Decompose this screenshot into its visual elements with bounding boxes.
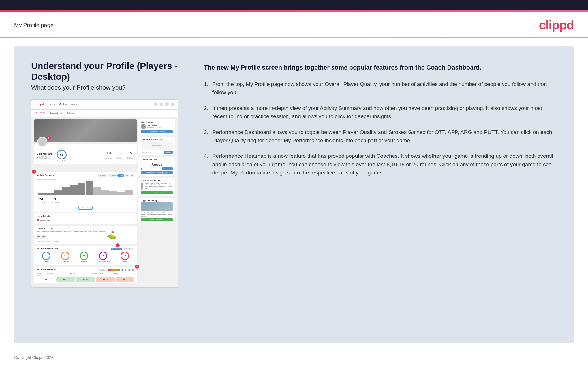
mockup-activity-header: Activity Summary On Course Off Course 6 … — [37, 174, 134, 177]
right-intro: The new My Profile screen brings togethe… — [204, 63, 557, 72]
mockup-connect-panel: Connect your data Arccos Arccos Disconne… — [138, 157, 175, 176]
mockup-subnav-profile: My Profile — [35, 111, 45, 115]
mockup-round-15[interactable]: 15 — [127, 269, 131, 271]
mockup-activity-wrapper: 2 Activity Summary On Course Off Course … — [34, 172, 137, 212]
mockup-perf-wrapper: 3 Performance Dashboard Player Quality S… — [34, 246, 137, 265]
mockup-manage-coaches-btn[interactable]: Manage Your Coaches — [141, 130, 173, 133]
mockup-lesson-tags: Golf Drill — [37, 235, 105, 238]
annotation-1: 1 — [47, 136, 51, 140]
mockup-launch-community-btn[interactable]: Launch Community ↗ — [141, 218, 173, 221]
mockup-trackman-link-label: Trackman Link — [141, 151, 151, 153]
mockup-legend-green — [114, 269, 120, 271]
mockup-toggle-quality[interactable]: Player Quality — [111, 248, 122, 250]
mockup-manage-integrations-btn[interactable]: Manage Your Data Integrations — [141, 171, 173, 174]
mockup-round-change-label: 5 Round Change: — [97, 269, 108, 271]
mockup-activity-counts: 24 On Course 3 Off Course — [37, 197, 134, 203]
mockup-bar-3 — [54, 190, 62, 195]
mockup-subnav-connections: Connections — [50, 112, 62, 115]
annotation-4: 4 — [135, 265, 139, 269]
mockup-body: 1 Blair McHarg Plus Handicap 📍 United Ki… — [31, 117, 178, 287]
feature-text-4: Performance Heatmap is a new feature tha… — [212, 152, 557, 177]
mockup-activity-row-1: Blair McHarg — [37, 218, 134, 222]
mockup-heatmap-putt: 96 ↓↑ — [116, 277, 134, 282]
mockup-user-icon — [165, 102, 169, 106]
mockup-disconnect-btn[interactable]: Disconnect — [162, 167, 173, 170]
mockup-coach-info: Dan Davies Barnbougle Golf Club — [147, 125, 161, 128]
mockup-all-activities-btn[interactable]: All Activities — [37, 204, 134, 210]
mockup-heatmap-header: Performance Heatmap 5 Round Change: — [37, 269, 134, 272]
mockup-menu-icon — [171, 102, 175, 106]
mockup-activity-summary: Activity Summary On Course Off Course 6 … — [34, 172, 137, 212]
mockup-profile-section: 1 Blair McHarg Plus Handicap 📍 United Ki… — [34, 119, 137, 164]
right-column: The new My Profile screen brings togethe… — [204, 61, 557, 329]
mockup-heatmap-arg: 96 ↓↑ — [96, 277, 115, 282]
mockup-offcourse-value: 3 — [54, 197, 56, 201]
mockup-bar-4 — [62, 187, 70, 195]
mockup-ring-overall-label: Overall — [42, 261, 50, 262]
mockup-drill-row: Be part of the Clippd community. Log dri… — [141, 182, 173, 190]
mockup-profile-info-panel: Blair McHarg Plus Handicap 📍 United King… — [34, 144, 137, 164]
mockup-ring-ott-circle: 90 — [61, 252, 69, 260]
mockup-round-5[interactable]: 5 — [121, 269, 123, 271]
mockup-subnav: My Profile Connections Settings — [31, 110, 178, 117]
mockup-quality-ring: 92 — [57, 150, 67, 159]
mockup-followers-label: Followers — [116, 157, 123, 159]
mockup-lesson-images: ⬜ 1 Image — [51, 241, 59, 242]
mockup-search-icon — [154, 102, 158, 106]
mockup-oncourse-value: 24 — [39, 197, 43, 201]
mockup-coaches-title: Your Coaches — [141, 121, 173, 123]
mockup-heatmap-grid: 92 90 ↓↑ 85 ↓↑ 96 ↓↑ 96 ↓↑ — [37, 277, 134, 282]
mockup-lesson-panel: Lesson with Fonty Nothing to feel like m… — [34, 226, 137, 244]
mockup-launch-app-btn[interactable]: Launch Capture App ↗ — [141, 191, 173, 194]
mockup-subnav-settings: Settings — [67, 112, 75, 115]
mockup-activity-period: Monthly Activity - 6 Months — [37, 178, 134, 180]
mockup-add-btn[interactable]: Add Link — [164, 151, 173, 154]
mockup-ring-ott-label: Off the Tee — [61, 261, 69, 262]
mockup-nav-items: Home My Performance — [48, 103, 77, 106]
mockup-pill-oncourse: On Course — [98, 174, 107, 177]
mockup-ring-overall-circle: 92 — [42, 252, 50, 260]
mockup-toggle-strokes[interactable]: Strokes Gained — [123, 248, 134, 250]
mockup-round-10[interactable]: 10 — [123, 269, 127, 271]
mockup-round-20[interactable]: 20 — [131, 269, 134, 271]
features-list: From the top, My Profile page now shows … — [204, 80, 557, 177]
mockup-name-area: Blair McHarg Plus Handicap 📍 United King… — [37, 152, 52, 159]
mockup-activity-text-1: Blair McHarg — [40, 219, 50, 221]
mockup-heatmap-overall: 92 — [37, 277, 55, 282]
feature-item-4: Performance Heatmap is a new feature tha… — [204, 152, 557, 177]
mockup-round-btns: 5 10 15 20 — [121, 269, 134, 271]
mockup-bar-5 — [70, 185, 78, 195]
mockup-lesson-date: 01 h · 30 min — [37, 238, 105, 240]
mockup-nav-home: Home — [48, 103, 55, 106]
mockup-stat-followers: 3 Followers — [116, 152, 123, 160]
mockup-bar-2 — [46, 193, 54, 195]
footer: Copyright Clippd 2022 — [0, 352, 588, 363]
mockup-navbar: clippd Home My Performance — [31, 100, 178, 110]
mockup-activities-value: 131 — [105, 152, 112, 155]
mockup-ring-putt: 96 Putting — [121, 252, 129, 262]
mockup-ring-arg-circle: 86 — [99, 252, 107, 260]
feature-text-3: Performance Dashboard allows you to togg… — [212, 128, 557, 145]
mockup-connected-dot — [141, 168, 142, 170]
mockup-ring-app-label: Approach — [80, 261, 88, 262]
mockup-bar-12 — [125, 190, 133, 195]
mockup-ring-app: 85 Approach — [80, 252, 88, 262]
mockup-coach-row: Dan Davies Barnbougle Golf Club — [141, 124, 173, 129]
mockup-community-img — [141, 202, 173, 211]
mockup-connect-title: Connect your data — [141, 159, 173, 161]
mockup-latest-title: Latest Activity — [37, 215, 134, 217]
mockup-lesson-meta: Lesson — [37, 233, 105, 235]
mockup-offcourse-label: Off Course — [51, 202, 59, 203]
mockup-ring-app-circle: 85 — [80, 252, 88, 260]
mockup-trackman-title: Upload a Trackman Test — [141, 138, 173, 140]
mockup-stat-following: 5 Following — [127, 152, 134, 160]
mockup-heatmap-app: 85 ↓↑ — [76, 277, 95, 282]
mockup-pill-offcourse: Off Course — [108, 174, 117, 177]
mockup-drill-avatar — [141, 182, 143, 190]
mockup-lesson-text: Nothing to feel like my hips are moving … — [37, 230, 105, 232]
mockup-coach-club: Barnbougle Golf Club — [147, 127, 161, 128]
mockup-lesson-tag1: Golf — [37, 235, 41, 238]
mockup-trackman-box: Trackman Link — [141, 141, 173, 150]
mockup-coach-name: Dan Davies — [147, 125, 161, 127]
mockup-ring-overall: 92 Overall — [42, 252, 50, 262]
